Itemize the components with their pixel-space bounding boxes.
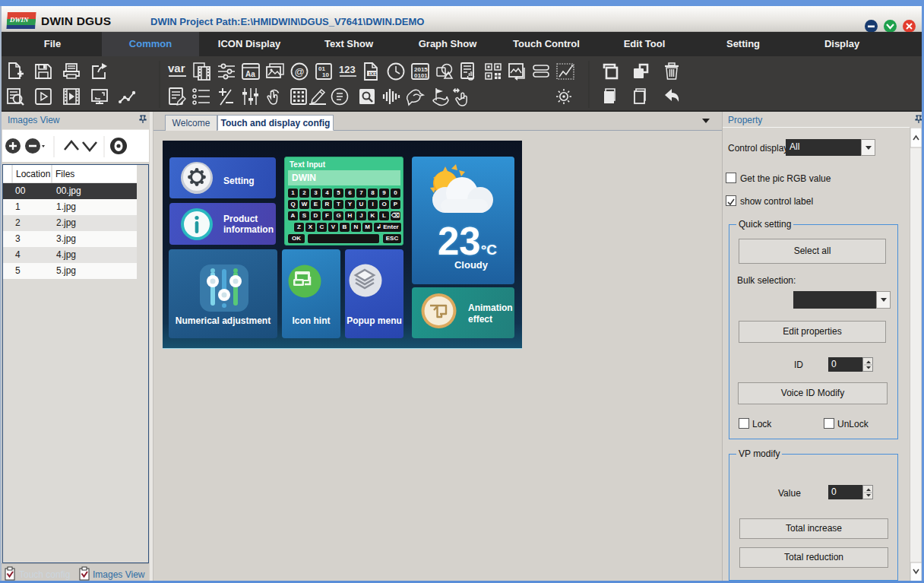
svg-text:Touch config: Touch config: [19, 569, 70, 580]
svg-text:Files: Files: [55, 169, 74, 179]
svg-text:123: 123: [339, 64, 356, 75]
svg-text:10: 10: [322, 71, 329, 78]
svg-text:var: var: [168, 62, 185, 74]
svg-text:0101: 0101: [414, 72, 428, 79]
svg-text:Aa: Aa: [245, 70, 255, 78]
svg-text:Images View: Images View: [93, 569, 145, 580]
svg-text:Location: Location: [16, 169, 50, 179]
svg-text:@: @: [295, 66, 305, 78]
svg-text:1X1: 1X1: [369, 71, 377, 76]
